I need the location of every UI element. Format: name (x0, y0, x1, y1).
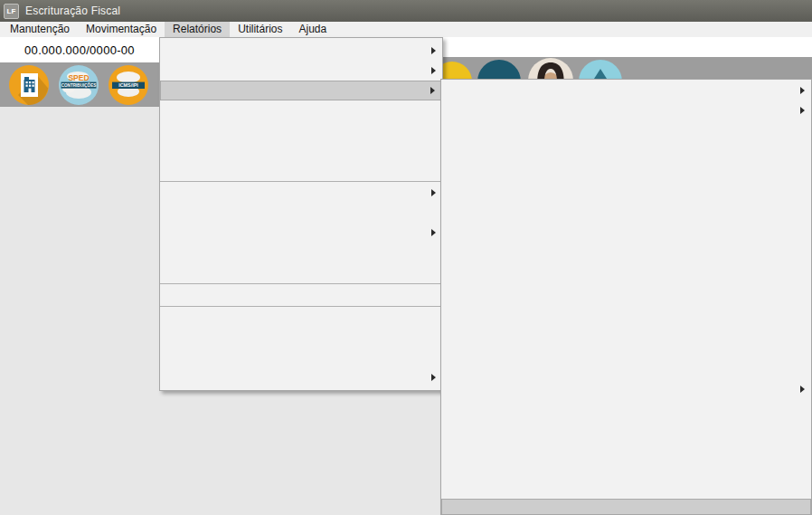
menu-bar: ManutençãoMovimentaçãoRelatóriosUtilitár… (0, 22, 812, 37)
menu-item[interactable]: Gerador (160, 348, 442, 367)
menu-item[interactable]: Direitos por Usuário (160, 308, 442, 328)
submenu-arrow-icon (431, 47, 436, 54)
menu-separator (160, 283, 442, 284)
window-title: Escrituração Fiscal (25, 5, 120, 17)
sped-contribuicoes-icon[interactable]: SPED CONTRIBUIÇÕES (58, 64, 99, 110)
menubar-item[interactable]: Movimentação (78, 22, 165, 37)
contribuicoes-label: CONTRIBUIÇÕES (61, 82, 97, 88)
menu-item[interactable]: Listagem de Créditos/Estornos do CIAP (441, 499, 811, 515)
menu-item[interactable]: Termos de Abertura e Encerramento (160, 183, 442, 203)
menubar-item[interactable]: Utilitários (230, 22, 290, 37)
menu-item[interactable]: Relatórios Gerenciais (160, 243, 442, 262)
menu-separator (160, 306, 442, 307)
menu-item[interactable]: Apuração de ICMS Difal / Fundo de Combat… (441, 200, 811, 220)
menu-item[interactable]: Conferência (441, 379, 811, 399)
submenu-arrow-icon (430, 87, 435, 94)
menu-item[interactable]: Gerador de Relatórios (Nova Versão) (160, 367, 442, 387)
relatorios-auxiliares-mensais-submenu: Relatório IRPJ Relatório CSLL Apuração d… (440, 79, 812, 515)
menu-item[interactable]: Guia de Recolhimento (160, 61, 442, 81)
menu-item[interactable]: Planilha Contábil (160, 285, 442, 305)
menu-item[interactable]: Relatórios Auxiliares Anuais (160, 223, 442, 243)
menu-item[interactable]: Lista de Código de Emitentes (160, 203, 442, 223)
menu-item[interactable]: Conf. de Diferencial de Alíquota do ICMS (441, 419, 811, 439)
menu-item[interactable]: Impostos Retidos (CSLL, COFINS, PIS, IRR… (441, 459, 811, 479)
menu-item[interactable]: Planilha Controle Fiscal/Tributário (441, 339, 811, 359)
menubar-item[interactable]: Manutenção (2, 22, 78, 37)
menu-item[interactable]: Apuração de ICMS Substituição Tributária (441, 180, 811, 200)
menu-item[interactable]: Relatório CSLL (441, 100, 811, 120)
menu-item[interactable]: Conferência Impostos Apurados (441, 439, 811, 459)
relatorios-dropdown-menu: Livros Fiscais Guia de Recolhimento Rela… (159, 37, 443, 391)
menu-item[interactable]: Livros Fiscais (160, 41, 442, 61)
app-window: LF Escrituração Fiscal ManutençãoMovimen… (0, 0, 812, 515)
company-building-document-icon[interactable] (8, 64, 50, 110)
menu-item[interactable]: Mapa Resumo ECF (160, 120, 442, 140)
submenu-arrow-icon (431, 374, 436, 381)
menu-item[interactable]: Acompanhamento de Faturamento de M.E. (441, 220, 811, 240)
menu-item[interactable]: Recibo de Distribuição dos Lucros (441, 260, 811, 280)
submenu-arrow-icon (800, 107, 805, 114)
menu-item[interactable]: Carta de Correção de Nota Fiscal (441, 359, 811, 379)
menu-item[interactable]: Faturamento no Período (441, 300, 811, 319)
submenu-arrow-icon (431, 67, 436, 74)
menu-item[interactable]: Relatório IRPJ (441, 81, 811, 100)
menu-item[interactable]: Resumo de Entradas / Saídas por Estado (441, 399, 811, 419)
menu-item[interactable]: Distribuição do Lucro Sócios (441, 240, 811, 260)
menubar-item[interactable]: Relatórios (165, 22, 230, 37)
menu-item[interactable]: Demonstrativo Retenções do INSS (160, 100, 442, 120)
menu-item[interactable]: Relatórios Auxiliares Mensais (160, 81, 442, 100)
menu-item[interactable]: Apuração Tributos Federais Regime de Cai… (441, 160, 811, 180)
menu-item[interactable]: Apuração do PIS/COFINS Não Cumulativos (441, 140, 811, 160)
menu-item[interactable]: Controle de Acesso ao Sistema (160, 328, 442, 348)
menu-item[interactable]: Declaração de Faturamento para Banco (441, 479, 811, 499)
menubar-item[interactable]: Ajuda (290, 22, 335, 37)
menu-item[interactable]: Tributos Devidos (441, 280, 811, 300)
title-bar: LF Escrituração Fiscal (0, 0, 812, 22)
submenu-arrow-icon (431, 229, 436, 236)
cnpj-field[interactable]: 00.000.000/0000-00 (0, 37, 159, 62)
submenu-arrow-icon (800, 87, 805, 94)
menu-separator (160, 181, 442, 182)
sped-label: SPED (68, 73, 89, 82)
submenu-arrow-icon (800, 386, 805, 393)
menu-item[interactable]: Apuração de Tributos Federais (441, 120, 811, 140)
menu-item[interactable]: Compr. Anual de Ret. de CSLL, COFINS, PI… (160, 262, 442, 282)
menu-item[interactable]: Demonstrativo do Crédito outorgado (160, 140, 442, 160)
icms-ipi-icon[interactable]: ICMS/IPI (108, 64, 149, 110)
icms-ipi-label: ICMS/IPI (118, 82, 138, 88)
menu-item[interactable]: Juros Sobre Capital Próprio – IRRF (160, 160, 442, 180)
submenu-arrow-icon (431, 189, 436, 196)
app-lf-icon: LF (4, 4, 19, 19)
menu-item[interactable]: Compras no Período (441, 319, 811, 339)
